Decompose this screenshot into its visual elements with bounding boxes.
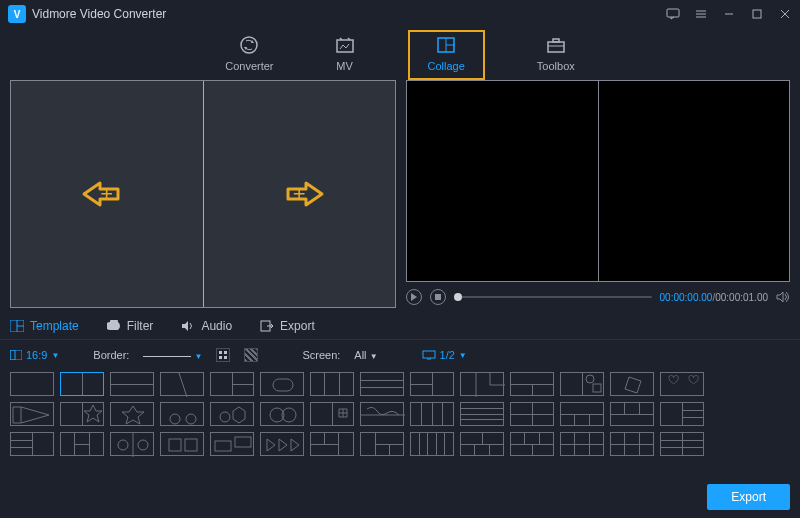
timecode: 00:00:00.00/00:00:01.00 bbox=[660, 292, 768, 303]
export-button[interactable]: Export bbox=[707, 484, 790, 510]
tab-export[interactable]: Export bbox=[260, 319, 315, 333]
svg-rect-30 bbox=[273, 379, 293, 391]
template-item[interactable] bbox=[210, 372, 254, 396]
template-item[interactable] bbox=[60, 372, 104, 396]
border-color-button[interactable] bbox=[216, 348, 230, 362]
close-icon[interactable] bbox=[778, 7, 792, 21]
svg-point-36 bbox=[170, 414, 180, 424]
page-select[interactable]: 1/2 ▼ bbox=[422, 349, 467, 361]
template-item[interactable] bbox=[410, 372, 454, 396]
border-pattern-button[interactable] bbox=[244, 348, 258, 362]
play-button[interactable] bbox=[406, 289, 422, 305]
template-item[interactable] bbox=[410, 432, 454, 456]
svg-rect-5 bbox=[753, 10, 761, 18]
minimize-icon[interactable] bbox=[722, 7, 736, 21]
svg-rect-14 bbox=[553, 39, 559, 42]
template-item[interactable] bbox=[160, 372, 204, 396]
template-item[interactable] bbox=[360, 402, 404, 426]
template-item[interactable] bbox=[260, 372, 304, 396]
nav-toolbox-label: Toolbox bbox=[537, 60, 575, 72]
nav-converter-label: Converter bbox=[225, 60, 273, 72]
stop-button[interactable] bbox=[430, 289, 446, 305]
template-item[interactable] bbox=[610, 372, 654, 396]
template-item[interactable] bbox=[160, 402, 204, 426]
feedback-icon[interactable] bbox=[666, 7, 680, 21]
svg-rect-16 bbox=[435, 294, 441, 300]
collage-slot-1[interactable]: + bbox=[11, 81, 203, 307]
tab-export-label: Export bbox=[280, 319, 315, 333]
template-item[interactable] bbox=[110, 432, 154, 456]
template-item[interactable] bbox=[260, 402, 304, 426]
svg-point-8 bbox=[241, 37, 257, 53]
template-item[interactable] bbox=[510, 402, 554, 426]
svg-rect-45 bbox=[169, 439, 181, 451]
seek-slider[interactable] bbox=[454, 296, 652, 298]
preview-pane bbox=[406, 80, 790, 282]
converter-icon bbox=[238, 34, 260, 56]
svg-point-42 bbox=[118, 440, 128, 450]
template-item[interactable] bbox=[360, 372, 404, 396]
template-item[interactable] bbox=[10, 372, 54, 396]
svg-point-38 bbox=[220, 412, 230, 422]
template-item[interactable] bbox=[660, 402, 704, 426]
template-item[interactable] bbox=[110, 372, 154, 396]
template-item[interactable] bbox=[460, 372, 504, 396]
template-item[interactable] bbox=[510, 372, 554, 396]
template-item[interactable] bbox=[460, 402, 504, 426]
nav-mv[interactable]: MV bbox=[326, 30, 364, 80]
template-icon bbox=[10, 319, 24, 333]
template-item[interactable] bbox=[560, 402, 604, 426]
template-item[interactable] bbox=[610, 432, 654, 456]
template-item[interactable] bbox=[110, 402, 154, 426]
aspect-select[interactable]: 16:9 ▼ bbox=[10, 349, 59, 361]
template-item[interactable] bbox=[160, 432, 204, 456]
template-item[interactable] bbox=[660, 372, 704, 396]
template-item[interactable] bbox=[260, 432, 304, 456]
svg-rect-24 bbox=[224, 351, 227, 354]
template-item[interactable] bbox=[460, 432, 504, 456]
collage-canvas[interactable]: + + bbox=[10, 80, 396, 308]
template-item[interactable] bbox=[360, 432, 404, 456]
template-item[interactable] bbox=[10, 432, 54, 456]
template-item[interactable] bbox=[660, 432, 704, 456]
svg-rect-46 bbox=[185, 439, 197, 451]
nav-collage[interactable]: Collage bbox=[408, 30, 485, 80]
template-item[interactable] bbox=[310, 402, 354, 426]
template-item[interactable] bbox=[310, 372, 354, 396]
template-item[interactable] bbox=[310, 432, 354, 456]
menu-icon[interactable] bbox=[694, 7, 708, 21]
svg-rect-23 bbox=[219, 351, 222, 354]
screen-select[interactable]: All ▼ bbox=[354, 349, 377, 361]
template-item[interactable] bbox=[210, 432, 254, 456]
screen-label: Screen: bbox=[302, 349, 340, 361]
template-item[interactable] bbox=[560, 432, 604, 456]
collage-slot-2[interactable]: + bbox=[204, 81, 396, 307]
maximize-icon[interactable] bbox=[750, 7, 764, 21]
border-style-select[interactable]: ▼ bbox=[143, 349, 202, 361]
template-item[interactable] bbox=[510, 432, 554, 456]
arrow-left-icon bbox=[80, 179, 124, 209]
tab-filter[interactable]: Filter bbox=[107, 319, 154, 333]
filter-icon bbox=[107, 319, 121, 333]
template-item[interactable] bbox=[610, 402, 654, 426]
svg-rect-9 bbox=[337, 40, 353, 52]
tab-audio[interactable]: Audio bbox=[181, 319, 232, 333]
template-item[interactable] bbox=[60, 402, 104, 426]
chevron-down-icon: ▼ bbox=[194, 352, 202, 361]
tab-template[interactable]: Template bbox=[10, 319, 79, 333]
template-grid bbox=[0, 370, 800, 456]
app-title: Vidmore Video Converter bbox=[32, 7, 166, 21]
svg-rect-0 bbox=[667, 9, 679, 17]
border-label: Border: bbox=[93, 349, 129, 361]
nav-converter[interactable]: Converter bbox=[217, 30, 281, 80]
template-item[interactable] bbox=[410, 402, 454, 426]
template-item[interactable] bbox=[60, 432, 104, 456]
template-item[interactable] bbox=[560, 372, 604, 396]
volume-icon[interactable] bbox=[776, 291, 790, 303]
template-item[interactable] bbox=[210, 402, 254, 426]
svg-point-34 bbox=[586, 375, 594, 383]
template-item[interactable] bbox=[10, 402, 54, 426]
tab-template-label: Template bbox=[30, 319, 79, 333]
nav-toolbox[interactable]: Toolbox bbox=[529, 30, 583, 80]
svg-rect-22 bbox=[10, 350, 15, 360]
